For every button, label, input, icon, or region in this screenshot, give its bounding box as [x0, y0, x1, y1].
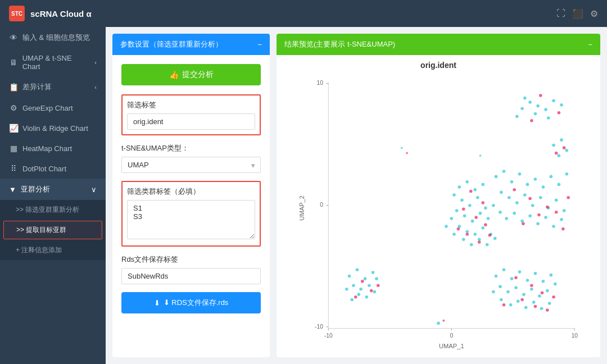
svg-point-56	[505, 217, 508, 220]
svg-point-37	[510, 180, 514, 184]
rds-save-input[interactable]	[121, 268, 261, 284]
svg-point-25	[547, 116, 550, 120]
minimize-right-icon[interactable]: −	[588, 40, 592, 49]
svg-point-107	[457, 228, 460, 231]
dotplot-icon: ⠿	[9, 164, 18, 173]
svg-text:UMAP_2: UMAP_2	[298, 195, 305, 221]
svg-point-47	[515, 201, 519, 204]
heatmap-icon: ▦	[9, 144, 18, 153]
sidebar-item-heatmap[interactable]: ▦ HeatMap Chart	[0, 138, 106, 158]
svg-point-55	[499, 211, 502, 214]
svg-point-66	[546, 206, 549, 209]
download-rds-button[interactable]: ⬇ ⬇ RDS文件保存.rds	[121, 292, 261, 313]
sidebar-item-add-annotation[interactable]: + 注释信息添加	[0, 240, 106, 260]
svg-point-27	[539, 94, 542, 97]
sidebar-item-geneexp[interactable]: ⚙ GeneExp Chart	[0, 98, 106, 118]
svg-point-79	[476, 196, 479, 199]
svg-point-21	[560, 103, 563, 107]
group-icon: ▼	[9, 185, 16, 194]
svg-point-53	[563, 209, 566, 212]
settings-icon[interactable]: ⚙	[590, 8, 598, 19]
svg-point-86	[450, 217, 454, 220]
filter-cluster-title: 筛选类群标签（必填）	[127, 186, 255, 197]
svg-point-23	[515, 115, 519, 118]
rds-save-label: Rds文件保存标签	[121, 254, 261, 265]
svg-point-72	[457, 185, 461, 189]
svg-point-30	[560, 138, 563, 142]
svg-point-108	[348, 275, 351, 278]
svg-point-69	[555, 211, 558, 214]
sidebar-item-filter-reanalysis[interactable]: >> 筛选亚群重新分析	[0, 200, 106, 220]
cluster-middle-right	[492, 170, 570, 230]
svg-point-159	[479, 154, 482, 157]
cluster-main-center	[445, 180, 496, 246]
svg-point-118	[365, 295, 369, 299]
svg-point-120	[350, 298, 354, 302]
svg-point-35	[495, 175, 498, 179]
svg-point-129	[526, 279, 529, 282]
svg-point-125	[495, 275, 498, 278]
svg-point-113	[359, 288, 363, 291]
svg-point-29	[552, 144, 555, 147]
left-panel: 参数设置（筛选亚群重新分析） − 👍 提交分析 筛选标签 t-SNE&UMAP类…	[112, 34, 270, 357]
svg-point-136	[522, 293, 526, 296]
download-icon: ⬇	[154, 299, 160, 307]
svg-point-43	[558, 183, 561, 186]
svg-point-154	[552, 295, 555, 299]
svg-point-142	[500, 298, 503, 302]
submit-button[interactable]: 👍 提交分析	[121, 64, 261, 85]
svg-point-19	[544, 108, 547, 111]
svg-point-116	[345, 288, 348, 291]
svg-point-148	[548, 302, 551, 305]
svg-point-78	[468, 204, 472, 207]
svg-point-131	[542, 280, 545, 283]
svg-point-71	[561, 228, 565, 231]
logo: STC	[9, 6, 25, 21]
right-panel-header: 结果预览(主要展示 t-SNE&UMAP) −	[277, 34, 600, 55]
svg-point-100	[481, 201, 484, 204]
svg-point-106	[488, 234, 492, 237]
svg-point-68	[522, 222, 525, 226]
svg-point-126	[502, 269, 506, 272]
svg-text:10: 10	[317, 80, 324, 86]
svg-point-122	[370, 289, 373, 293]
sidebar-item-input-preview[interactable]: 👁 输入 & 细胞信息预览	[0, 27, 106, 48]
sidebar-item-extract-target[interactable]: >> 提取目标亚群	[3, 221, 102, 239]
svg-point-160	[437, 322, 440, 325]
svg-point-112	[352, 284, 355, 287]
svg-point-50	[539, 196, 542, 199]
sidebar-item-dotplot[interactable]: ⠿ DotPlot Chart	[0, 158, 106, 179]
svg-point-63	[560, 218, 563, 221]
thumbsup-icon: 👍	[169, 70, 179, 79]
svg-point-83	[471, 220, 474, 223]
svg-point-145	[524, 306, 528, 310]
svg-point-40	[534, 178, 537, 181]
svg-point-152	[520, 298, 524, 302]
umap-chart-wrapper: 10 0 -10 -10 0 10	[288, 72, 589, 349]
svg-point-119	[373, 290, 376, 294]
rds-save-group: Rds文件保存标签	[121, 254, 261, 284]
svg-text:0: 0	[450, 333, 453, 339]
toggle-icon[interactable]: ⬛	[572, 8, 583, 19]
chevron-icon: ‹	[94, 59, 97, 66]
fullscreen-icon[interactable]: ⛶	[556, 8, 565, 19]
filter-cluster-textarea[interactable]: S1 S3	[127, 200, 255, 239]
svg-point-36	[502, 170, 506, 173]
svg-point-67	[537, 213, 541, 217]
minimize-left-icon[interactable]: −	[257, 40, 262, 49]
svg-point-16	[520, 107, 524, 110]
sidebar-group-subcluster[interactable]: ▼ 亚群分析 ∨	[0, 179, 106, 200]
svg-point-42	[550, 175, 553, 179]
tsne-umap-select[interactable]: UMAP t-SNE	[121, 157, 261, 173]
sidebar-item-umap-tsne[interactable]: 🖥 UMAP & t-SNE Chart ‹	[0, 48, 106, 76]
chevron-icon: ‹	[94, 84, 97, 90]
gene-icon: ⚙	[9, 103, 18, 112]
sidebar-item-diff-calc[interactable]: 📋 差异计算 ‹	[0, 76, 106, 98]
sidebar-item-violin-ridge[interactable]: 📈 Violin & Ridge Chart	[0, 118, 106, 138]
filter-cluster-group: 筛选类群标签（必填） S1 S3	[121, 181, 261, 247]
svg-point-138	[538, 294, 541, 298]
svg-point-77	[460, 199, 464, 202]
sidebar-group-section: >> 筛选亚群重新分析 >> 提取目标亚群 + 注释信息添加	[0, 200, 106, 260]
cluster-top-right-small	[552, 138, 568, 157]
filter-label-input[interactable]	[127, 113, 255, 130]
